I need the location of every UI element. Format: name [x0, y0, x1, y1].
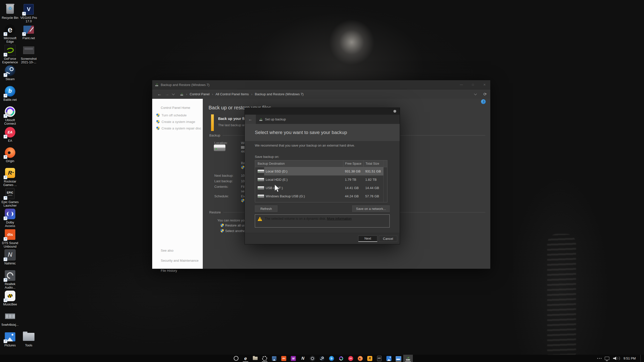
steam-icon — [319, 356, 325, 361]
taskbar-icon-battle-net[interactable] — [327, 355, 336, 362]
cancel-button[interactable]: Cancel — [379, 236, 397, 242]
contents-label: Contents: — [214, 185, 228, 189]
refresh-icon[interactable]: ⟳ — [484, 92, 487, 97]
desktop-icon-nahimic[interactable]: Nahimic — [1, 249, 19, 265]
table-row-local-hdd[interactable]: Local HDD (E:) 1.79 TB 1.82 TB — [255, 175, 387, 184]
taskbar-icon-dts[interactable] — [279, 355, 289, 362]
close-button[interactable]: ✕ — [479, 80, 490, 89]
taskbar-icon-settings[interactable] — [260, 355, 269, 362]
taskbar-icon-epic-games[interactable] — [375, 355, 384, 362]
taskbar-icon-pictures[interactable] — [384, 355, 394, 362]
sidebar-create-system-image[interactable]: Create a system image — [156, 120, 195, 124]
table-row-windows-backup-usb[interactable]: Windows Backup USB (G:) 44.24 GB 57.76 G… — [255, 192, 387, 200]
taskbar-icon-backup-restore[interactable] — [403, 355, 413, 362]
dialog-heading-band: Select where you want to save your backu… — [245, 124, 400, 141]
table-row-local-ssd[interactable]: Local SSD (D:) 931.38 GB 931.51 GB — [255, 167, 387, 175]
taskbar-icon-ubisoft-connect[interactable] — [336, 355, 346, 362]
minimize-button[interactable]: — — [456, 80, 467, 89]
desktop-icon-microsoft-edge[interactable]: Microsoft Edge — [1, 24, 19, 43]
volume-icon[interactable] — [613, 356, 620, 360]
desktop-icon-ea[interactable]: EA — [1, 126, 19, 143]
taskbar-icon-backup-settings[interactable] — [394, 355, 403, 362]
taskbar-icon-ea[interactable] — [346, 355, 355, 362]
shortcut-arrow-icon — [4, 175, 7, 179]
navigation-toolbar: ← → › Control Panel › All Control Panel … — [152, 89, 490, 99]
dialog-footer: Next Cancel — [245, 233, 400, 244]
window-titlebar[interactable]: Backup and Restore (Windows 7) — □ ✕ — [152, 80, 490, 89]
network-icon[interactable] — [605, 357, 609, 360]
breadcrumb-separator: › — [212, 93, 213, 96]
dts-icon — [281, 356, 286, 361]
desktop-icon-recycle-bin[interactable]: Recycle Bin — [1, 3, 19, 20]
desktop-icon-ubisoft-connect[interactable]: Ubisoft Connect — [1, 106, 19, 125]
drive-icon — [258, 170, 264, 173]
desktop-icon-origin[interactable]: Origin — [1, 147, 19, 163]
taskbar-icon-steam[interactable] — [317, 355, 327, 362]
desktop-icon-5vwh-file[interactable]: 5vwh4loixj... — [1, 310, 19, 327]
taskbar-icon-cortana[interactable] — [231, 355, 241, 362]
taskbar-icon-photos-viewer[interactable] — [269, 355, 279, 362]
taskbar-icon-dolby-access[interactable] — [308, 355, 317, 362]
sidebar-security-maintenance[interactable]: Security and Maintenance — [161, 259, 198, 262]
desktop-icon-tools[interactable]: Tools — [20, 331, 38, 347]
desktop-icon-dts-sound[interactable]: DTS Sound Unbound — [1, 229, 19, 248]
breadcrumb-control-panel[interactable]: Control Panel — [190, 92, 210, 96]
warning-box: ! The selected volume is on a dynamic di… — [255, 214, 390, 228]
uac-shield-icon — [156, 120, 160, 124]
sidebar-turn-off-schedule[interactable]: Turn off schedule — [156, 113, 187, 117]
taskbar-icon-m-app[interactable] — [289, 355, 298, 362]
desktop-icon-pictures[interactable]: Pictures — [1, 331, 19, 347]
desktop-icon-paint-net[interactable]: Paint.net — [20, 24, 38, 40]
desktop-icon-dolby-access[interactable]: Dolby Access — [1, 208, 19, 228]
taskbar-icon-rockstar[interactable] — [365, 355, 375, 362]
desktop-icon-battle-net[interactable]: Battle.net — [1, 85, 19, 102]
location-label: Location: — [214, 141, 228, 145]
desktop-icon-musicbee[interactable]: MusicBee — [1, 290, 19, 306]
realtek-icon — [4, 269, 16, 282]
refresh-button[interactable]: Refresh — [255, 205, 277, 212]
column-total-size[interactable]: Total Size — [364, 160, 383, 167]
tray-overflow-icon[interactable] — [597, 358, 598, 359]
desktop-icon-steam[interactable]: Steam — [1, 65, 19, 81]
desktop-icon-vegas-pro[interactable]: VEGAS Pro 17.0 — [20, 3, 38, 23]
shortcut-arrow-icon — [4, 196, 7, 200]
maximize-button[interactable]: □ — [467, 80, 479, 89]
shortcut-arrow-icon — [4, 257, 7, 261]
sidebar-create-repair-disc[interactable]: Create a system repair disc — [156, 126, 201, 130]
more-information-link[interactable]: More information — [327, 217, 352, 220]
taskbar-icon-origin[interactable] — [355, 355, 365, 362]
dialog-back-button[interactable]: ← — [245, 115, 256, 124]
sidebar-file-history[interactable]: File History — [161, 269, 198, 273]
column-free-space[interactable]: Free Space — [343, 160, 364, 167]
show-desktop-button[interactable] — [640, 355, 642, 362]
history-chevron-icon[interactable] — [172, 92, 175, 95]
forward-button[interactable]: → — [163, 92, 171, 97]
column-backup-destination[interactable]: Backup Destination — [255, 162, 343, 165]
backup-settings-icon — [396, 356, 401, 361]
next-button[interactable]: Next — [358, 236, 377, 242]
schedule-label: Schedule: — [214, 194, 229, 198]
desktop-icon-geforce-experience[interactable]: GeForce Experience — [1, 44, 19, 64]
breadcrumb-all-items[interactable]: All Control Panel Items — [216, 92, 249, 96]
sidebar-control-panel-home[interactable]: Control Panel Home — [161, 106, 190, 110]
desktop-icon-realtek-audio[interactable]: Realtek Audio... — [1, 269, 19, 289]
address-dropdown-icon[interactable] — [474, 92, 477, 95]
uac-shield-icon — [220, 224, 224, 227]
desktop-icon-screenshot[interactable]: Screenshot 2021-10-... — [20, 44, 38, 64]
dialog-titlebar[interactable] — [245, 108, 400, 115]
save-on-network-button[interactable]: Save on a network... — [352, 205, 390, 212]
back-button[interactable]: ← — [156, 92, 163, 97]
help-button[interactable]: ? — [481, 99, 486, 104]
breadcrumb-backup-restore[interactable]: Backup and Restore (Windows 7) — [255, 92, 304, 96]
folder-icon — [22, 331, 35, 343]
desktop-icon-epic-games[interactable]: Epic Games Launcher — [1, 188, 19, 207]
desktop-icon-rockstar[interactable]: Rockstar Games ... — [1, 167, 19, 187]
edge-icon — [4, 24, 16, 36]
taskbar-clock[interactable]: 9:51 PM — [624, 356, 636, 360]
taskbar-icon-file-explorer[interactable] — [250, 355, 260, 362]
dialog-close-button[interactable] — [393, 110, 396, 113]
taskbar-icon-edge[interactable] — [241, 355, 250, 362]
taskbar-icon-nahimic[interactable] — [298, 355, 308, 362]
last-backup-value: 10 — [241, 179, 245, 183]
rockstar-icon — [4, 167, 16, 179]
